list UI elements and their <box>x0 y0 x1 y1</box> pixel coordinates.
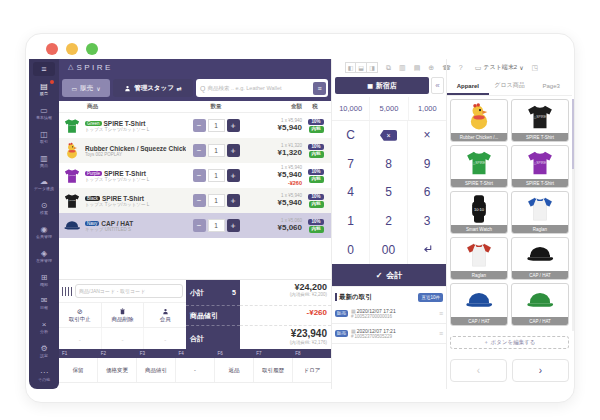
key-3[interactable]: 3 <box>408 207 446 236</box>
qty-value[interactable]: 1 <box>208 169 225 182</box>
fkey-hold-button[interactable]: 保留 <box>59 358 98 382</box>
qty-increase-button[interactable]: ＋ <box>227 119 240 132</box>
transaction-menu-icon[interactable]: ≡ <box>439 310 443 317</box>
key-enter[interactable] <box>408 235 446 264</box>
qty-decrease-button[interactable]: − <box>193 194 206 207</box>
transaction-item[interactable]: 販売 ▦2020/12/07 17:21 #100523709505229 ≡ <box>332 324 446 344</box>
qty-increase-button[interactable]: ＋ <box>227 169 240 182</box>
product-button-cap-black[interactable]: CAP / HAT <box>511 237 569 280</box>
key-1[interactable]: 1 <box>332 207 370 236</box>
zoom-window-button[interactable] <box>86 43 98 55</box>
sidebar-item-data-link[interactable]: ☁データ連携 <box>29 173 59 197</box>
qty-decrease-button[interactable]: − <box>193 119 206 132</box>
product-button-tshirt-green[interactable]: SPIRE T-Shirt <box>450 145 508 188</box>
member-button[interactable]: 会員 <box>144 303 186 327</box>
cancel-transaction-button[interactable]: ⊘ 取引中止 <box>59 303 102 327</box>
product-button-cap-green[interactable]: CAP / HAT <box>511 283 569 326</box>
sidebar-item-members[interactable]: ◉会員管理 <box>29 221 59 245</box>
key-7[interactable]: 7 <box>332 150 370 179</box>
tab-gross-items[interactable]: グロス商品 <box>489 76 531 95</box>
delete-item-button[interactable]: 商品削除 <box>102 303 145 327</box>
transaction-item[interactable]: 販売 ▦2020/12/07 17:21 #100523700000016 ≡ <box>332 304 446 324</box>
mode-select-button[interactable]: ▭ 販売 ∨ <box>62 79 110 97</box>
fkey-return-button[interactable]: 返品 <box>215 358 254 382</box>
checkout-button[interactable]: ✓ 会計 <box>332 264 446 286</box>
key-0[interactable]: 0 <box>332 235 370 264</box>
key-2[interactable]: 2 <box>370 207 408 236</box>
sidebar-item-sales[interactable]: ▤販売 <box>29 78 59 102</box>
qty-decrease-button[interactable]: − <box>193 144 206 157</box>
key-4[interactable]: 4 <box>332 178 370 207</box>
cart-item[interactable]: Rubber Chicken / Squeeze Chicken Toys 00… <box>59 138 331 163</box>
variant-badge: Purple <box>85 171 102 176</box>
hamburger-menu-button[interactable]: ≡ <box>33 62 55 76</box>
qty-increase-button[interactable]: ＋ <box>227 144 240 157</box>
recent-10-button[interactable]: 直近10件 <box>418 293 443 302</box>
tab-page3[interactable]: Page3 <box>530 76 572 95</box>
fkey-drawer-button[interactable]: ドロア <box>293 358 331 382</box>
qty-decrease-button[interactable]: − <box>193 219 206 232</box>
fkey-history-button[interactable]: 取引履歴 <box>254 358 293 382</box>
sidebar-item-more[interactable]: ⋯その他 <box>29 363 59 387</box>
function-keys: F1F2F3F4F6F7F8 保留 価格変更 商品値引 - 返品 取引履歴 ドロ… <box>59 349 331 389</box>
qty-decrease-button[interactable]: − <box>193 169 206 182</box>
product-button-smart-watch[interactable]: Smart Watch <box>450 191 508 234</box>
key-8[interactable]: 8 <box>370 150 408 179</box>
barcode-icon <box>62 287 72 296</box>
key-00[interactable]: 00 <box>370 235 408 264</box>
key-backspace[interactable]: × <box>370 121 408 150</box>
close-window-button[interactable] <box>46 43 58 55</box>
sidebar-item-analytics[interactable]: ×分析 <box>29 316 59 340</box>
fkey-item-discount-button[interactable]: 商品値引 <box>137 358 176 382</box>
search-list-button[interactable]: ≡ <box>313 82 326 95</box>
qty-value[interactable]: 1 <box>208 119 225 132</box>
sidebar-item-search[interactable]: ⊙検索 <box>29 197 59 221</box>
sidebar-item-stocktake[interactable]: ⊞棚卸 <box>29 268 59 292</box>
product-button-tshirt-purple[interactable]: SPIRE T-Shirt <box>511 145 569 188</box>
cart-item[interactable]: GreenSPIRE T-Shirt トップス Tシャツ/カットソー L − 1… <box>59 113 331 138</box>
transaction-menu-icon[interactable]: ≡ <box>439 330 443 337</box>
key-6[interactable]: 6 <box>408 178 446 207</box>
next-page-button[interactable]: › <box>512 359 569 382</box>
edit-buttons-button[interactable]: ＋ ボタンを編集する <box>450 336 569 349</box>
qty-increase-button[interactable]: ＋ <box>227 219 240 232</box>
book-icon: ▥ <box>40 155 48 163</box>
cart-item[interactable]: PurpleSPIRE T-Shirt トップス Tシャツ/カットソー L − … <box>59 163 331 188</box>
sidebar-item-settings[interactable]: ⚙設定 <box>29 339 59 363</box>
sidebar-item-report[interactable]: ✉日報 <box>29 292 59 316</box>
quick-amount-10000[interactable]: 10,000 <box>332 97 369 120</box>
sidebar-item-inventory[interactable]: ◈在庫管理 <box>29 244 59 268</box>
prev-page-button[interactable]: ‹ <box>450 359 507 382</box>
qty-increase-button[interactable]: ＋ <box>227 194 240 207</box>
qty-value[interactable]: 1 <box>208 219 225 232</box>
product-button-rubber-chicken[interactable]: Rubber Chicken /... <box>450 99 508 142</box>
sidebar-item-transactions[interactable]: ◫取引 <box>29 126 59 150</box>
product-search-input[interactable] <box>207 85 311 91</box>
tab-apparel[interactable]: Apparel <box>447 76 489 95</box>
line-discount: -¥260 <box>246 180 302 187</box>
cart-item[interactable]: BlackSPIRE T-Shirt トップス Tシャツ/カットソー L − 1… <box>59 188 331 213</box>
product-button-tshirt-black[interactable]: SPIRE T-Shirt <box>511 99 569 142</box>
qty-value[interactable]: 1 <box>208 194 225 207</box>
sidebar-item-products[interactable]: ▥商品 <box>29 149 59 173</box>
product-button-cap-blue[interactable]: CAP / HAT <box>450 283 508 326</box>
key-5[interactable]: 5 <box>370 178 408 207</box>
fkey-empty-button[interactable]: - <box>176 358 215 382</box>
product-button-raglan-blue[interactable]: Raglan <box>511 191 569 234</box>
fkey-price-change-button[interactable]: 価格変更 <box>98 358 137 382</box>
key-clear[interactable]: C <box>332 121 370 150</box>
grid-scrollbar[interactable] <box>572 99 574 331</box>
barcode-input[interactable] <box>75 284 183 298</box>
key-9[interactable]: 9 <box>408 150 446 179</box>
collapse-panel-button[interactable]: « <box>431 77 444 94</box>
key-multiply[interactable]: × <box>408 121 446 150</box>
store-button[interactable]: ▦ 新宿店 <box>335 77 429 94</box>
product-button-raglan-red[interactable]: Raglan <box>450 237 508 280</box>
staff-button[interactable]: 管理スタッフ ⇄ <box>113 79 193 97</box>
qty-value[interactable]: 1 <box>208 144 225 157</box>
quick-amount-5000[interactable]: 5,000 <box>369 97 407 120</box>
quick-amount-1000[interactable]: 1,000 <box>408 97 446 120</box>
minimize-window-button[interactable] <box>66 43 78 55</box>
cart-item-selected[interactable]: NavyCAP / HAT キャップ UNTITLED S − 1 ＋ 1 x … <box>59 213 331 238</box>
sidebar-item-basic-info[interactable]: ▭基本情報 <box>29 102 59 126</box>
